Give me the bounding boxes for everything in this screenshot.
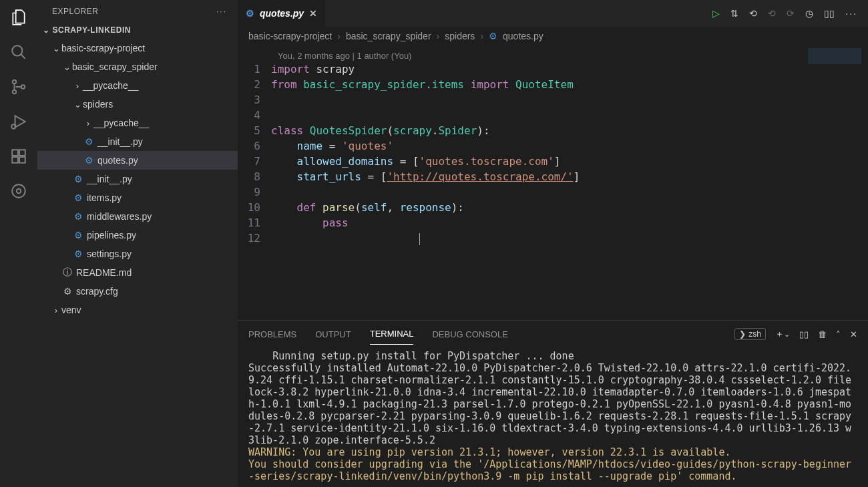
breadcrumb[interactable]: basic-scrapy-project›basic_scrapy_spider…: [238, 27, 868, 45]
activity-bar: [0, 0, 37, 487]
panel-tab-problems[interactable]: PROBLEMS: [248, 324, 296, 345]
source-control-icon[interactable]: [9, 77, 28, 96]
chevron-right-icon: ›: [83, 118, 93, 128]
folder-row[interactable]: ⌄basic_scrapy_spider: [37, 57, 238, 76]
terminal-shell-selector[interactable]: ❯ zsh: [734, 328, 766, 340]
terminal-warning: WARNING: You are using pip version 21.3.…: [248, 446, 851, 482]
breadcrumb-segment[interactable]: basic-scrapy-project: [248, 31, 332, 41]
chevron-right-icon: ›: [72, 81, 83, 91]
timeline-icon[interactable]: ◷: [805, 8, 813, 19]
tree-item-label: basic_scrapy_spider: [72, 61, 158, 72]
panel-actions: ❯ zsh ＋⌄ ▯▯ 🗑 ˄ ✕: [734, 328, 857, 340]
close-icon[interactable]: ✕: [309, 8, 317, 19]
code-content[interactable]: import scrapy from basic_scrapy_spider.i…: [271, 45, 580, 320]
explorer-more-icon[interactable]: ···: [216, 7, 227, 16]
tree-item-label: __pycache__: [93, 118, 149, 128]
chevron-down-icon: ⌄: [43, 25, 50, 35]
line-number: 12: [238, 230, 260, 246]
file-row[interactable]: ⚙scrapy.cfg: [37, 282, 238, 301]
tree-item-label: __init__.py: [97, 136, 143, 147]
extensions-icon[interactable]: [9, 147, 28, 166]
line-number: 8: [238, 169, 260, 184]
chevron-right-icon: ›: [337, 31, 341, 41]
explorer-sidebar: EXPLORER ··· ⌄ SCRAPY-LINKEDIN ⌄basic-sc…: [37, 0, 238, 487]
panel-close-icon[interactable]: ✕: [850, 329, 857, 339]
folder-row[interactable]: ›__pycache__: [37, 76, 238, 95]
file-row[interactable]: ⚙items.py: [37, 188, 238, 207]
python-icon: ⚙: [72, 192, 84, 203]
python-icon: ⚙: [72, 230, 84, 240]
panel-tabs: PROBLEMSOUTPUTTERMINALDEBUG CONSOLE ❯ zs…: [238, 321, 868, 347]
search-icon[interactable]: [9, 43, 28, 61]
file-tree: ⌄basic-scrapy-project⌄basic_scrapy_spide…: [37, 39, 238, 487]
more-actions-icon[interactable]: ···: [845, 8, 857, 19]
prev-change-icon[interactable]: ⟲: [768, 8, 776, 19]
workspace-header[interactable]: ⌄ SCRAPY-LINKEDIN: [37, 21, 238, 39]
svg-point-0: [12, 45, 22, 55]
file-row[interactable]: ⓘREADME.md: [37, 263, 238, 282]
folder-row[interactable]: ›__pycache__: [37, 114, 238, 132]
kill-terminal-icon[interactable]: 🗑: [818, 329, 827, 339]
folder-row[interactable]: ›venv: [37, 301, 238, 319]
editor-tab[interactable]: ⚙ quotes.py ✕: [238, 0, 325, 27]
svg-marker-5: [15, 116, 25, 127]
minimap[interactable]: [808, 48, 861, 88]
file-row[interactable]: ⚙__init__.py: [37, 170, 238, 188]
folder-row[interactable]: ⌄spiders: [37, 95, 238, 114]
text-cursor: [419, 233, 420, 245]
breadcrumb-segment[interactable]: quotes.py: [503, 31, 544, 41]
line-number: 4: [238, 108, 260, 123]
panel-tab-output[interactable]: OUTPUT: [315, 324, 351, 345]
breadcrumb-segment[interactable]: basic_scrapy_spider: [346, 31, 431, 41]
line-number: 11: [238, 215, 260, 230]
file-row[interactable]: ⚙settings.py: [37, 245, 238, 263]
split-terminal-icon[interactable]: ▯▯: [799, 329, 809, 339]
tree-item-label: venv: [61, 305, 81, 315]
terminal-output[interactable]: Running setup.py install for PyDispatche…: [238, 347, 868, 487]
tree-item-label: spiders: [83, 99, 113, 110]
remote-icon[interactable]: [9, 182, 28, 200]
file-row[interactable]: ⚙middlewares.py: [37, 207, 238, 226]
python-icon: ⚙: [72, 174, 84, 184]
new-terminal-icon[interactable]: ＋⌄: [775, 328, 790, 340]
editor-body[interactable]: You, 2 months ago | 1 author (You) 12345…: [238, 45, 868, 320]
run-debug-icon[interactable]: [9, 112, 28, 131]
chevron-right-icon: ›: [437, 31, 440, 41]
svg-rect-7: [12, 150, 18, 156]
codelens-text[interactable]: You, 2 months ago | 1 author (You): [278, 48, 411, 63]
split-editor-icon[interactable]: ▯▯: [824, 8, 835, 19]
commit-nav-icon[interactable]: ⟲: [749, 8, 757, 19]
gear-icon: ⚙: [61, 286, 73, 297]
tree-item-label: __pycache__: [83, 80, 138, 91]
line-number: 6: [238, 138, 260, 154]
compare-icon[interactable]: ⇅: [730, 8, 738, 19]
file-row[interactable]: ⚙quotes.py: [37, 151, 238, 170]
python-icon: ⚙: [72, 211, 84, 222]
folder-row[interactable]: ⌄basic-scrapy-project: [37, 39, 238, 57]
line-number: 7: [238, 154, 260, 169]
svg-line-1: [21, 54, 25, 59]
editor-tabs: ⚙ quotes.py ✕ ▷ ⇅ ⟲ ⟲ ⟳ ◷ ▯▯ ···: [238, 0, 868, 27]
tree-item-label: __init__.py: [87, 174, 132, 184]
next-change-icon[interactable]: ⟳: [787, 8, 795, 19]
line-gutter: 123456789101112: [238, 45, 271, 320]
info-icon: ⓘ: [61, 267, 73, 279]
line-number: 10: [238, 200, 260, 215]
files-icon[interactable]: [9, 8, 28, 27]
run-icon[interactable]: ▷: [712, 8, 720, 19]
svg-rect-10: [19, 150, 25, 156]
breadcrumb-segment[interactable]: spiders: [445, 31, 475, 41]
line-number: 1: [238, 61, 260, 77]
panel-tab-terminal[interactable]: TERMINAL: [370, 323, 414, 345]
file-row[interactable]: ⚙pipelines.py: [37, 226, 238, 245]
panel-chevron-up-icon[interactable]: ˄: [836, 329, 841, 339]
explorer-title: EXPLORER: [52, 7, 98, 16]
line-number: 3: [238, 92, 260, 108]
panel-tab-debug-console[interactable]: DEBUG CONSOLE: [432, 324, 507, 345]
file-row[interactable]: ⚙__init__.py: [37, 132, 238, 151]
python-icon: ⚙: [246, 8, 254, 19]
tree-item-label: quotes.py: [97, 155, 138, 166]
svg-rect-9: [19, 157, 25, 163]
svg-point-2: [13, 80, 16, 84]
chevron-right-icon: ›: [480, 31, 483, 41]
